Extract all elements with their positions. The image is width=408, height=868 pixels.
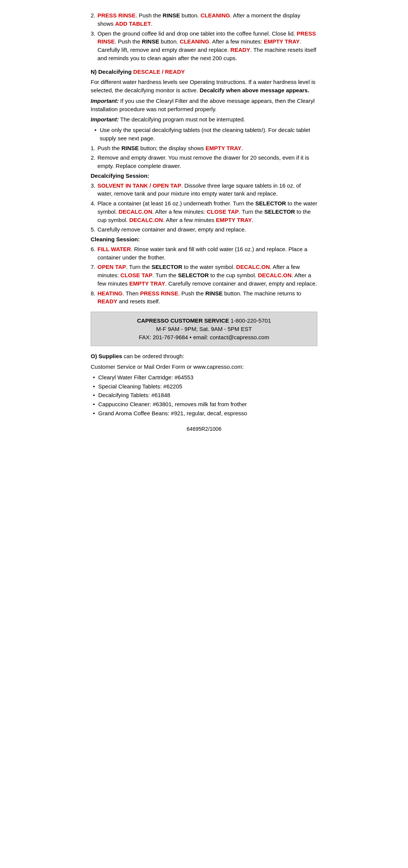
item-text: Open the ground coffee lid and drop one … [97, 30, 317, 62]
supplies-list: Clearyl Water Filter Cartridge: #64553 S… [91, 373, 317, 418]
step-number: 7. [91, 263, 97, 287]
cleaning-label: CLEANING [201, 12, 230, 19]
step-number: 1. [91, 144, 97, 152]
close-tap-label: CLOSE TAP [207, 208, 239, 215]
decalc-on-label2: DECALC.ON [129, 217, 163, 223]
decalc-on-label3: DECALC.ON [236, 264, 270, 270]
decalc-on-label: DECALC.ON [119, 208, 152, 215]
step-text: OPEN TAP. Turn the SELECTOR to the water… [97, 263, 317, 287]
step-number: 3. [91, 182, 97, 198]
decalc-on-label4: DECALC.ON [258, 272, 292, 278]
solvent-in-tank-label: SOLVENT IN TANK / OPEN TAP [97, 182, 181, 189]
press-rinse-label3: PRESS RINSE [140, 290, 178, 297]
decalc-session-heading: Decalcifying Session: [91, 172, 317, 180]
step-text: Carefully remove container and drawer, e… [97, 225, 317, 234]
footer-code-text: 64695R2/1006 [187, 426, 221, 432]
supply-item: Cappuccino Cleaner: #63801, removes milk… [93, 400, 317, 408]
ready-label2: READY [97, 298, 117, 304]
decalc-heading-prefix: N) Decalcifying [91, 68, 131, 75]
decalc-important2: Important: The decalcifying program must… [91, 115, 317, 124]
step-number: 2. [91, 154, 97, 170]
descale-ready-label: DESCALE / READY [133, 68, 185, 75]
step-text: FILL WATER. Rinse water tank and fill wi… [97, 245, 317, 262]
customer-service-hours: M-F 9AM - 9PM; Sat. 9AM - 5PM EST [99, 325, 309, 333]
decalc-para1: For different water hardness levels see … [91, 78, 317, 95]
intro-item-3: 3. Open the ground coffee lid and drop o… [91, 30, 317, 62]
step-text: Remove and empty drawer. You must remove… [97, 154, 317, 170]
rinse-label: RINSE [163, 12, 180, 19]
customer-service-line1: CAPRESSO CUSTOMER SERVICE 1-800-220-5701 [99, 317, 309, 325]
bullet-item: Use only the special decalcifying tablet… [94, 126, 317, 143]
decalc-section: N) Decalcifying DESCALE / READY For diff… [91, 68, 317, 306]
open-tap-label: OPEN TAP [97, 264, 126, 270]
selector-label3: SELECTOR [151, 264, 182, 270]
empty-tray-label4: EMPTY TRAY [129, 280, 165, 287]
decalc-step-3: 3. SOLVENT IN TANK / OPEN TAP. Dissolve … [91, 182, 317, 198]
customer-service-fax: FAX: 201-767-9684 • email: contact@capre… [99, 333, 309, 342]
supply-item: Grand Aroma Coffee Beans: #921, regular,… [93, 409, 317, 418]
ready-label: READY [230, 47, 250, 53]
step-number: 8. [91, 289, 97, 306]
fill-water-label: FILL WATER [97, 246, 131, 252]
supply-item: Special Cleaning Tablets: #62205 [93, 382, 317, 391]
main-content: 2. PRESS RINSE. Push the RINSE button. C… [91, 11, 317, 433]
cleaning-session-heading: Cleaning Session: [91, 235, 317, 244]
footer-code: 64695R2/1006 [91, 425, 317, 433]
decalcify-when-label: Decalcify when above message appears. [199, 87, 309, 93]
rinse-label3: RINSE [121, 145, 139, 151]
supply-item: Clearyl Water Filter Cartridge: #64553 [93, 373, 317, 382]
empty-tray-label: EMPTY TRAY [264, 38, 300, 45]
decalc-step-2: 2. Remove and empty drawer. You must rem… [91, 154, 317, 170]
decalc-step-4: 4. Place a container (at least 16 oz.) u… [91, 199, 317, 224]
customer-service-box: CAPRESSO CUSTOMER SERVICE 1-800-220-5701… [91, 312, 317, 346]
customer-service-title: CAPRESSO CUSTOMER SERVICE [137, 317, 229, 324]
cleaning-step-7: 7. OPEN TAP. Turn the SELECTOR to the wa… [91, 263, 317, 287]
empty-tray-label3: EMPTY TRAY [216, 217, 252, 223]
press-rinse-label: PRESS RINSE [97, 12, 136, 19]
cleaning-label2: CLEANING [180, 38, 209, 45]
cleaning-step-8: 8. HEATING. Then PRESS RINSE. Push the R… [91, 289, 317, 306]
cleaning-step-6: 6. FILL WATER. Rinse water tank and fill… [91, 245, 317, 262]
item-number: 2. [91, 11, 97, 28]
rinse-label2: RINSE [142, 38, 159, 45]
step-number: 4. [91, 199, 97, 224]
important2-italic: Important: [91, 116, 119, 123]
decalc-heading: N) Decalcifying DESCALE / READY [91, 68, 317, 76]
supplies-intro: Customer Service or Mail Order Form or w… [91, 363, 317, 371]
decalc-important1: Important: If you use the Clearyl Filter… [91, 97, 317, 113]
heating-label: HEATING [97, 290, 122, 297]
decalc-step-1: 1. Push the RINSE button; the display sh… [91, 144, 317, 152]
important1-italic: Important: [91, 98, 119, 104]
customer-service-phone: 1-800-220-5701 [231, 317, 271, 324]
decalc-bullet-list: Use only the special decalcifying tablet… [91, 126, 317, 143]
supply-item: Decalcifying Tablets: #61848 [93, 391, 317, 399]
add-tablet-label: ADD TABLET [115, 20, 151, 27]
close-tap-label2: CLOSE TAP [121, 272, 153, 278]
item-text: PRESS RINSE. Push the RINSE button. CLEA… [97, 11, 317, 28]
supplies-section: O) Supplies can be ordered through: Cust… [91, 352, 317, 417]
decalc-step-5: 5. Carefully remove container and drawer… [91, 225, 317, 234]
selector-label: SELECTOR [255, 200, 286, 207]
step-text: Place a container (at least 16 oz.) unde… [97, 199, 317, 224]
supplies-heading-bold: O) Supplies [91, 353, 122, 359]
item-number: 3. [91, 30, 97, 62]
step-text: HEATING. Then PRESS RINSE. Push the RINS… [97, 289, 317, 306]
step-number: 5. [91, 225, 97, 234]
rinse-label4: RINSE [205, 290, 223, 297]
selector-label4: SELECTOR [178, 272, 209, 278]
step-text: SOLVENT IN TANK / OPEN TAP. Dissolve thr… [97, 182, 317, 198]
empty-tray-label2: EMPTY TRAY [206, 145, 241, 151]
step-number: 6. [91, 245, 97, 262]
step-text: Push the RINSE button; the display shows… [97, 144, 317, 152]
supplies-heading: O) Supplies can be ordered through: [91, 352, 317, 360]
selector-label2: SELECTOR [264, 208, 295, 215]
intro-item-2: 2. PRESS RINSE. Push the RINSE button. C… [91, 11, 317, 28]
